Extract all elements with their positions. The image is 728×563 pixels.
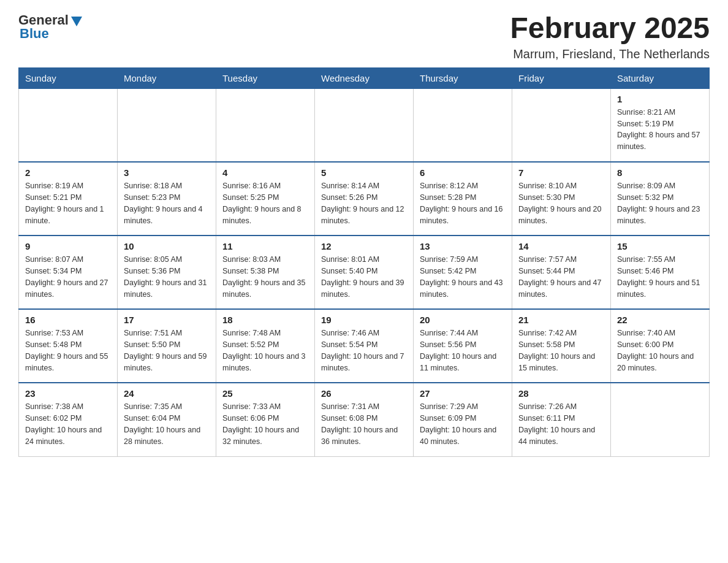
calendar-day-cell: 25Sunrise: 7:33 AM Sunset: 6:06 PM Dayli… xyxy=(216,383,315,456)
day-number: 22 xyxy=(617,315,703,325)
day-info: Sunrise: 7:29 AM Sunset: 6:09 PM Dayligh… xyxy=(420,401,506,447)
day-number: 6 xyxy=(420,167,506,178)
day-number: 9 xyxy=(25,241,111,251)
day-info: Sunrise: 8:10 AM Sunset: 5:30 PM Dayligh… xyxy=(518,180,604,226)
day-of-week-header: Friday xyxy=(512,67,611,88)
calendar-day-cell: 23Sunrise: 7:38 AM Sunset: 6:02 PM Dayli… xyxy=(19,383,118,456)
day-number: 11 xyxy=(222,241,308,251)
calendar-day-cell: 27Sunrise: 7:29 AM Sunset: 6:09 PM Dayli… xyxy=(414,383,512,456)
calendar-table: SundayMondayTuesdayWednesdayThursdayFrid… xyxy=(18,67,710,457)
calendar-day-cell: 15Sunrise: 7:55 AM Sunset: 5:46 PM Dayli… xyxy=(611,236,710,309)
day-number: 27 xyxy=(420,388,506,399)
day-info: Sunrise: 8:16 AM Sunset: 5:25 PM Dayligh… xyxy=(222,180,308,226)
calendar-day-cell: 1Sunrise: 8:21 AM Sunset: 5:19 PM Daylig… xyxy=(611,88,710,162)
svg-marker-0 xyxy=(71,17,82,26)
day-info: Sunrise: 8:01 AM Sunset: 5:40 PM Dayligh… xyxy=(321,254,407,300)
calendar-day-cell: 19Sunrise: 7:46 AM Sunset: 5:54 PM Dayli… xyxy=(315,309,414,383)
calendar-day-cell: 8Sunrise: 8:09 AM Sunset: 5:32 PM Daylig… xyxy=(611,162,710,236)
calendar-day-cell: 24Sunrise: 7:35 AM Sunset: 6:04 PM Dayli… xyxy=(118,383,216,456)
day-number: 5 xyxy=(321,167,407,178)
calendar-day-cell: 5Sunrise: 8:14 AM Sunset: 5:26 PM Daylig… xyxy=(315,162,414,236)
logo: General Blue xyxy=(18,12,83,42)
calendar-day-cell xyxy=(19,88,118,162)
logo-triangle-icon xyxy=(70,14,83,28)
calendar-day-cell: 10Sunrise: 8:05 AM Sunset: 5:36 PM Dayli… xyxy=(118,236,216,309)
calendar-week-row: 1Sunrise: 8:21 AM Sunset: 5:19 PM Daylig… xyxy=(19,88,710,162)
calendar-day-cell xyxy=(118,88,216,162)
day-number: 8 xyxy=(617,167,703,178)
day-info: Sunrise: 8:03 AM Sunset: 5:38 PM Dayligh… xyxy=(222,254,308,300)
calendar-day-cell: 13Sunrise: 7:59 AM Sunset: 5:42 PM Dayli… xyxy=(414,236,512,309)
calendar-day-cell xyxy=(512,88,611,162)
calendar-day-cell: 20Sunrise: 7:44 AM Sunset: 5:56 PM Dayli… xyxy=(414,309,512,383)
calendar-week-row: 2Sunrise: 8:19 AM Sunset: 5:21 PM Daylig… xyxy=(19,162,710,236)
day-info: Sunrise: 8:14 AM Sunset: 5:26 PM Dayligh… xyxy=(321,180,407,226)
day-number: 4 xyxy=(222,167,308,178)
calendar-day-cell: 11Sunrise: 8:03 AM Sunset: 5:38 PM Dayli… xyxy=(216,236,315,309)
day-number: 16 xyxy=(25,315,111,325)
day-info: Sunrise: 8:19 AM Sunset: 5:21 PM Dayligh… xyxy=(25,180,111,226)
calendar-week-row: 16Sunrise: 7:53 AM Sunset: 5:48 PM Dayli… xyxy=(19,309,710,383)
day-number: 17 xyxy=(124,315,210,325)
day-number: 21 xyxy=(518,315,604,325)
day-info: Sunrise: 7:33 AM Sunset: 6:06 PM Dayligh… xyxy=(222,401,308,447)
day-number: 23 xyxy=(25,388,111,399)
day-info: Sunrise: 7:57 AM Sunset: 5:44 PM Dayligh… xyxy=(518,254,604,300)
day-of-week-header: Wednesday xyxy=(315,67,414,88)
day-of-week-header: Thursday xyxy=(414,67,512,88)
calendar-day-cell: 28Sunrise: 7:26 AM Sunset: 6:11 PM Dayli… xyxy=(512,383,611,456)
day-number: 15 xyxy=(617,241,703,251)
logo-blue-text: Blue xyxy=(20,26,49,42)
day-info: Sunrise: 8:18 AM Sunset: 5:23 PM Dayligh… xyxy=(124,180,210,226)
day-number: 20 xyxy=(420,315,506,325)
day-number: 24 xyxy=(124,388,210,399)
day-info: Sunrise: 7:31 AM Sunset: 6:08 PM Dayligh… xyxy=(321,401,407,447)
calendar-day-cell: 22Sunrise: 7:40 AM Sunset: 6:00 PM Dayli… xyxy=(611,309,710,383)
calendar-day-cell xyxy=(414,88,512,162)
day-number: 1 xyxy=(617,94,703,104)
day-number: 12 xyxy=(321,241,407,251)
day-info: Sunrise: 8:07 AM Sunset: 5:34 PM Dayligh… xyxy=(25,254,111,300)
day-info: Sunrise: 7:51 AM Sunset: 5:50 PM Dayligh… xyxy=(124,327,210,373)
calendar-day-cell: 6Sunrise: 8:12 AM Sunset: 5:28 PM Daylig… xyxy=(414,162,512,236)
calendar-day-cell xyxy=(216,88,315,162)
calendar-day-cell: 17Sunrise: 7:51 AM Sunset: 5:50 PM Dayli… xyxy=(118,309,216,383)
day-info: Sunrise: 7:40 AM Sunset: 6:00 PM Dayligh… xyxy=(617,327,703,373)
page-header: General Blue February 2025 Marrum, Fries… xyxy=(18,12,710,61)
calendar-day-cell: 7Sunrise: 8:10 AM Sunset: 5:30 PM Daylig… xyxy=(512,162,611,236)
calendar-day-cell: 14Sunrise: 7:57 AM Sunset: 5:44 PM Dayli… xyxy=(512,236,611,309)
day-info: Sunrise: 7:59 AM Sunset: 5:42 PM Dayligh… xyxy=(420,254,506,300)
day-info: Sunrise: 8:12 AM Sunset: 5:28 PM Dayligh… xyxy=(420,180,506,226)
day-of-week-header: Saturday xyxy=(611,67,710,88)
calendar-day-cell: 16Sunrise: 7:53 AM Sunset: 5:48 PM Dayli… xyxy=(19,309,118,383)
day-info: Sunrise: 7:42 AM Sunset: 5:58 PM Dayligh… xyxy=(518,327,604,373)
calendar-header-row: SundayMondayTuesdayWednesdayThursdayFrid… xyxy=(19,67,710,88)
day-number: 28 xyxy=(518,388,604,399)
calendar-week-row: 9Sunrise: 8:07 AM Sunset: 5:34 PM Daylig… xyxy=(19,236,710,309)
day-number: 25 xyxy=(222,388,308,399)
day-info: Sunrise: 8:09 AM Sunset: 5:32 PM Dayligh… xyxy=(617,180,703,226)
day-number: 18 xyxy=(222,315,308,325)
day-number: 19 xyxy=(321,315,407,325)
calendar-day-cell: 9Sunrise: 8:07 AM Sunset: 5:34 PM Daylig… xyxy=(19,236,118,309)
calendar-day-cell: 18Sunrise: 7:48 AM Sunset: 5:52 PM Dayli… xyxy=(216,309,315,383)
day-info: Sunrise: 7:53 AM Sunset: 5:48 PM Dayligh… xyxy=(25,327,111,373)
day-info: Sunrise: 8:05 AM Sunset: 5:36 PM Dayligh… xyxy=(124,254,210,300)
calendar-day-cell: 4Sunrise: 8:16 AM Sunset: 5:25 PM Daylig… xyxy=(216,162,315,236)
day-number: 7 xyxy=(518,167,604,178)
location-subtitle: Marrum, Friesland, The Netherlands xyxy=(510,47,710,61)
day-info: Sunrise: 7:48 AM Sunset: 5:52 PM Dayligh… xyxy=(222,327,308,373)
day-number: 26 xyxy=(321,388,407,399)
calendar-day-cell xyxy=(315,88,414,162)
day-info: Sunrise: 7:26 AM Sunset: 6:11 PM Dayligh… xyxy=(518,401,604,447)
calendar-day-cell: 26Sunrise: 7:31 AM Sunset: 6:08 PM Dayli… xyxy=(315,383,414,456)
day-of-week-header: Tuesday xyxy=(216,67,315,88)
day-number: 14 xyxy=(518,241,604,251)
day-info: Sunrise: 7:55 AM Sunset: 5:46 PM Dayligh… xyxy=(617,254,703,300)
title-block: February 2025 Marrum, Friesland, The Net… xyxy=(510,12,710,61)
month-title: February 2025 xyxy=(510,12,710,45)
calendar-day-cell: 3Sunrise: 8:18 AM Sunset: 5:23 PM Daylig… xyxy=(118,162,216,236)
day-number: 13 xyxy=(420,241,506,251)
day-info: Sunrise: 7:35 AM Sunset: 6:04 PM Dayligh… xyxy=(124,401,210,447)
calendar-week-row: 23Sunrise: 7:38 AM Sunset: 6:02 PM Dayli… xyxy=(19,383,710,456)
